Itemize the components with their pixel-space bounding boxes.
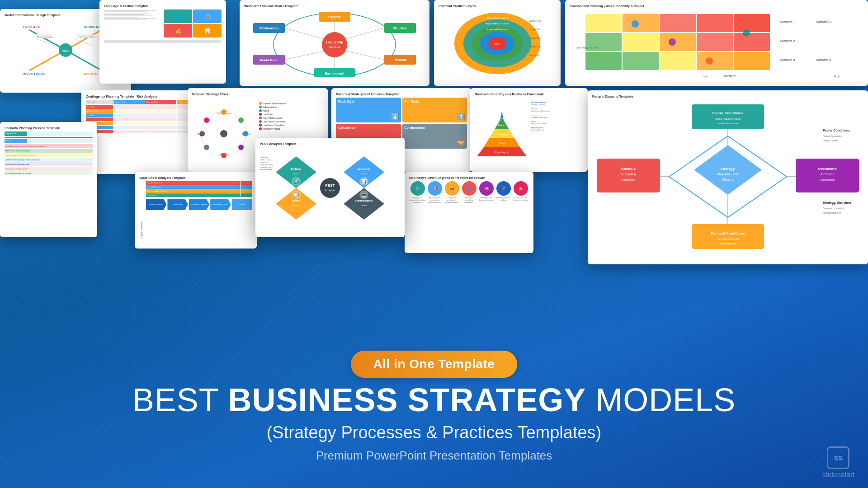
svg-text:Core: Core	[495, 42, 500, 45]
svg-text:Sample Text: Sample Text	[529, 28, 542, 31]
weisbords-card[interactable]: Weisbord's Six-Box Model Template Leader…	[240, 0, 429, 86]
svg-text:Analysis: Analysis	[325, 189, 335, 192]
svg-point-78	[743, 29, 750, 37]
porters-diamond-card[interactable]: Porter's Diamond Template Strategy, Stru…	[588, 90, 868, 264]
weisbords-diagram: Leadership How do we Purpose Structure R…	[244, 9, 425, 80]
svg-rect-65	[585, 52, 622, 70]
svg-text:Scenario 1: Scenario 1	[780, 20, 795, 23]
bowman-diagram: Differentiation Low Price Hybrid Focused	[192, 98, 255, 165]
svg-text:💬: 💬	[293, 192, 299, 198]
svg-text:Safety: Safety	[499, 142, 505, 145]
svg-rect-58	[697, 14, 733, 32]
svg-text:INVESTMENT: INVESTMENT	[23, 72, 46, 76]
svg-text:🌍: 🌍	[293, 178, 299, 184]
svg-text:Scenario 5: Scenario 5	[816, 58, 831, 61]
svg-text:Potential Product: Potential Product	[487, 17, 508, 19]
svg-rect-61	[623, 33, 659, 51]
svg-text:Natural Resources: Natural Resources	[823, 135, 842, 137]
svg-rect-63	[697, 33, 733, 51]
scenario-planning-card[interactable]: Scenario Planning Process Template Step …	[0, 122, 97, 237]
svg-text:Low: Low	[703, 75, 708, 78]
mckinsey-7-card[interactable]: McKinsey's Seven Degrees of Freedom for …	[405, 172, 533, 253]
svg-point-15	[322, 32, 347, 57]
svg-rect-62	[660, 33, 696, 51]
maslow-title: Maslow's Hierarchy as a Business Framewo…	[475, 93, 583, 96]
svg-text:ACTION: ACTION	[84, 72, 98, 76]
svg-text:Relationship: Relationship	[259, 27, 278, 30]
contingency-risk-prob-card[interactable]: Contingency Planning - Risk Probability …	[565, 0, 868, 86]
svg-text:Leadership: Leadership	[326, 41, 343, 44]
svg-text:📊: 📊	[361, 178, 367, 184]
svg-line-31	[346, 28, 384, 39]
svg-text:Rivalry: Rivalry	[722, 178, 733, 182]
mckinsey-7-title: McKinsey's Seven Degrees of Freedom for …	[409, 176, 529, 179]
svg-rect-66	[623, 52, 659, 70]
svg-point-89	[221, 153, 226, 158]
svg-text:Rewards: Rewards	[393, 58, 406, 61]
svg-text:management style: management style	[823, 211, 841, 214]
pest-analysis-title: PEST Analysis Template	[260, 142, 400, 145]
svg-text:Supporting: Supporting	[621, 173, 636, 176]
svg-text:Factors: Factors	[361, 173, 367, 175]
svg-text:Structure, and: Structure, and	[717, 172, 739, 176]
brand-watermark: ss slidesalad	[822, 446, 854, 479]
behavioral-design-diagram: TRIGGER REWARD INVESTMENT ACTION Habit W…	[20, 21, 111, 80]
language-card-title: Language & Culture Template	[104, 5, 222, 8]
svg-point-86	[238, 117, 244, 123]
svg-text:Social: Social	[292, 199, 300, 202]
maslow-diagram: Physiological Safety Belonging Esteem Se…	[475, 98, 529, 161]
nested-boxes-card[interactable]: Potential Product Layers Potential Produ…	[434, 0, 561, 86]
svg-text:Strategy, Structure: Strategy, Structure	[823, 201, 851, 205]
svg-text:and composition: and composition	[720, 242, 736, 245]
svg-rect-57	[660, 14, 696, 32]
svg-point-90	[204, 145, 209, 150]
svg-text:Demand Conditions: Demand Conditions	[711, 231, 745, 235]
svg-text:Habit: Habit	[62, 49, 69, 52]
scenario-planning-title: Scenario Planning Process Template	[5, 127, 93, 130]
svg-point-123	[320, 178, 340, 198]
svg-text:& Chance: & Chance	[821, 173, 835, 176]
svg-rect-56	[623, 14, 659, 32]
weisbords-title: Weisbord's Six-Box Model Template	[244, 5, 425, 8]
svg-rect-131	[692, 104, 764, 129]
svg-text:Human Capital: Human Capital	[823, 139, 838, 142]
svg-text:Home demand quality: Home demand quality	[717, 238, 739, 240]
svg-text:Helpful Mech.: Helpful Mech.	[260, 59, 278, 61]
brand-logo: ss	[827, 446, 849, 469]
nested-boxes-diagram: Potential Product Augmented Product Expe…	[452, 10, 542, 77]
svg-text:What internal trigger...: What internal trigger...	[37, 36, 55, 38]
svg-text:Factors: Factors	[361, 204, 367, 206]
svg-text:Business competition: Business competition	[823, 207, 844, 210]
svg-text:External factors: External factors	[820, 178, 835, 181]
svg-text:💻: 💻	[361, 192, 367, 198]
svg-text:Augmented Product: Augmented Product	[485, 22, 509, 25]
svg-rect-69	[734, 52, 770, 70]
bowman-title: Bowman Strategy Clock	[192, 93, 323, 96]
svg-rect-60	[585, 33, 622, 51]
porters-diamond-title: Porter's Diamond Template	[592, 95, 863, 98]
main-title: BEST BUSINESS STRATEGY MODELS	[132, 382, 736, 418]
svg-text:Structure: Structure	[393, 27, 407, 30]
svg-point-85	[221, 109, 226, 115]
all-in-one-badge[interactable]: All in One Template	[351, 351, 518, 378]
svg-point-76	[669, 38, 676, 46]
svg-text:TRIGGER: TRIGGER	[23, 25, 39, 29]
value-chain-card[interactable]: Value Chain Analysis Template Support Ac…	[135, 172, 257, 249]
maslow-card[interactable]: Maslow's Hierarchy as a Business Framewo…	[470, 88, 588, 172]
svg-text:Strategy,: Strategy,	[720, 167, 736, 171]
svg-point-92	[204, 117, 209, 123]
svg-rect-55	[585, 14, 622, 32]
svg-text:Factor Conditions: Factor Conditions	[823, 129, 850, 132]
svg-point-91	[199, 131, 205, 136]
pest-analysis-card[interactable]: PEST Analysis Template Political Factors…	[255, 138, 405, 237]
language-card[interactable]: Language & Culture Template 🌐 🏛️	[99, 0, 226, 84]
svg-text:Sample Text: Sample Text	[529, 19, 542, 22]
svg-text:Natural resources, human: Natural resources, human	[715, 117, 741, 120]
bakers-4-title: Baker's 4 Strategies of Influence Templa…	[336, 93, 467, 96]
svg-text:Factors: Factors	[293, 204, 299, 206]
svg-text:Physiological: Physiological	[495, 151, 508, 154]
svg-text:High: High	[834, 75, 840, 78]
svg-text:Scenario 2: Scenario 2	[780, 39, 795, 42]
svg-text:Expected Product: Expected Product	[486, 28, 508, 31]
svg-rect-59	[734, 14, 770, 32]
